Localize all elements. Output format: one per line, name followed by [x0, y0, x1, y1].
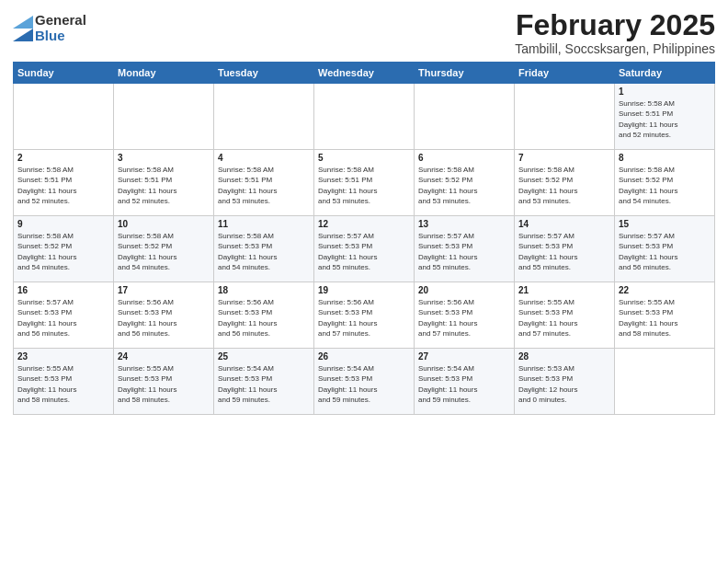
- day-info: Sunrise: 5:56 AM Sunset: 5:53 PM Dayligh…: [318, 297, 410, 339]
- calendar-cell: [114, 84, 214, 150]
- day-info: Sunrise: 5:58 AM Sunset: 5:52 PM Dayligh…: [17, 231, 109, 272]
- day-info: Sunrise: 5:58 AM Sunset: 5:51 PM Dayligh…: [218, 165, 310, 206]
- calendar-cell: 20Sunrise: 5:56 AM Sunset: 5:53 PM Dayli…: [415, 282, 515, 349]
- day-number: 2: [17, 153, 109, 163]
- calendar-cell: 10Sunrise: 5:58 AM Sunset: 5:52 PM Dayli…: [114, 216, 214, 282]
- day-info: Sunrise: 5:57 AM Sunset: 5:53 PM Dayligh…: [418, 231, 510, 272]
- calendar-cell: 11Sunrise: 5:58 AM Sunset: 5:53 PM Dayli…: [214, 216, 314, 282]
- calendar-cell: [415, 84, 515, 150]
- calendar-cell: 1Sunrise: 5:58 AM Sunset: 5:51 PM Daylig…: [615, 84, 715, 150]
- day-info: Sunrise: 5:58 AM Sunset: 5:52 PM Dayligh…: [619, 165, 711, 206]
- svg-marker-0: [13, 29, 33, 41]
- calendar-table: Sunday Monday Tuesday Wednesday Thursday…: [13, 62, 715, 415]
- calendar-cell: 12Sunrise: 5:57 AM Sunset: 5:53 PM Dayli…: [314, 216, 415, 282]
- day-info: Sunrise: 5:58 AM Sunset: 5:51 PM Dayligh…: [17, 165, 109, 206]
- calendar-cell: 15Sunrise: 5:57 AM Sunset: 5:53 PM Dayli…: [615, 216, 715, 282]
- day-number: 15: [619, 219, 711, 229]
- day-number: 5: [318, 153, 410, 163]
- day-info: Sunrise: 5:55 AM Sunset: 5:53 PM Dayligh…: [17, 363, 109, 405]
- day-info: Sunrise: 5:55 AM Sunset: 5:53 PM Dayligh…: [619, 297, 711, 339]
- day-number: 25: [218, 351, 310, 362]
- calendar-cell: 4Sunrise: 5:58 AM Sunset: 5:51 PM Daylig…: [214, 150, 314, 216]
- day-number: 7: [518, 153, 610, 163]
- day-number: 13: [418, 219, 510, 229]
- calendar-cell: 28Sunrise: 5:53 AM Sunset: 5:53 PM Dayli…: [515, 349, 615, 415]
- calendar-cell: [515, 84, 615, 150]
- header-saturday: Saturday: [615, 63, 715, 84]
- calendar-subtitle: Tambilil, Soccsksargen, Philippines: [515, 41, 715, 56]
- calendar-cell: 25Sunrise: 5:54 AM Sunset: 5:53 PM Dayli…: [214, 349, 314, 415]
- header-row: Sunday Monday Tuesday Wednesday Thursday…: [14, 63, 715, 84]
- calendar-cell: 26Sunrise: 5:54 AM Sunset: 5:53 PM Dayli…: [314, 349, 415, 415]
- day-info: Sunrise: 5:58 AM Sunset: 5:53 PM Dayligh…: [218, 231, 310, 272]
- day-info: Sunrise: 5:54 AM Sunset: 5:53 PM Dayligh…: [318, 363, 410, 405]
- day-info: Sunrise: 5:57 AM Sunset: 5:53 PM Dayligh…: [518, 231, 610, 272]
- day-number: 23: [17, 351, 109, 362]
- calendar-row-5: 23Sunrise: 5:55 AM Sunset: 5:53 PM Dayli…: [14, 349, 715, 415]
- header-thursday: Thursday: [415, 63, 515, 84]
- logo-text: General Blue: [35, 13, 86, 43]
- day-info: Sunrise: 5:57 AM Sunset: 5:53 PM Dayligh…: [318, 231, 410, 272]
- day-number: 9: [17, 219, 109, 229]
- calendar-cell: 18Sunrise: 5:56 AM Sunset: 5:53 PM Dayli…: [214, 282, 314, 349]
- day-number: 1: [619, 86, 711, 97]
- header-friday: Friday: [515, 63, 615, 84]
- day-info: Sunrise: 5:58 AM Sunset: 5:52 PM Dayligh…: [418, 165, 510, 206]
- day-info: Sunrise: 5:58 AM Sunset: 5:52 PM Dayligh…: [518, 165, 610, 206]
- day-info: Sunrise: 5:56 AM Sunset: 5:53 PM Dayligh…: [118, 297, 210, 339]
- day-info: Sunrise: 5:57 AM Sunset: 5:53 PM Dayligh…: [619, 231, 711, 272]
- day-number: 22: [619, 285, 711, 295]
- calendar-cell: 5Sunrise: 5:58 AM Sunset: 5:51 PM Daylig…: [314, 150, 415, 216]
- calendar-cell: 13Sunrise: 5:57 AM Sunset: 5:53 PM Dayli…: [415, 216, 515, 282]
- calendar-cell: 23Sunrise: 5:55 AM Sunset: 5:53 PM Dayli…: [14, 349, 114, 415]
- day-info: Sunrise: 5:56 AM Sunset: 5:53 PM Dayligh…: [418, 297, 510, 339]
- logo: General Blue: [13, 13, 86, 43]
- day-number: 14: [518, 219, 610, 229]
- day-number: 17: [118, 285, 210, 295]
- day-info: Sunrise: 5:57 AM Sunset: 5:53 PM Dayligh…: [17, 297, 109, 339]
- day-number: 3: [118, 153, 210, 163]
- day-number: 19: [318, 285, 410, 295]
- day-info: Sunrise: 5:58 AM Sunset: 5:51 PM Dayligh…: [619, 98, 711, 140]
- calendar-cell: [314, 84, 415, 150]
- calendar-cell: 6Sunrise: 5:58 AM Sunset: 5:52 PM Daylig…: [415, 150, 515, 216]
- calendar-cell: 21Sunrise: 5:55 AM Sunset: 5:53 PM Dayli…: [515, 282, 615, 349]
- calendar-cell: 9Sunrise: 5:58 AM Sunset: 5:52 PM Daylig…: [14, 216, 114, 282]
- calendar-cell: 8Sunrise: 5:58 AM Sunset: 5:52 PM Daylig…: [615, 150, 715, 216]
- day-number: 12: [318, 219, 410, 229]
- logo-general-label: General: [35, 13, 86, 29]
- day-info: Sunrise: 5:58 AM Sunset: 5:51 PM Dayligh…: [118, 165, 210, 206]
- calendar-cell: 14Sunrise: 5:57 AM Sunset: 5:53 PM Dayli…: [515, 216, 615, 282]
- calendar-row-3: 9Sunrise: 5:58 AM Sunset: 5:52 PM Daylig…: [14, 216, 715, 282]
- day-number: 28: [518, 351, 610, 362]
- calendar-cell: 22Sunrise: 5:55 AM Sunset: 5:53 PM Dayli…: [615, 282, 715, 349]
- day-number: 26: [318, 351, 410, 362]
- header-tuesday: Tuesday: [214, 63, 314, 84]
- header-wednesday: Wednesday: [314, 63, 415, 84]
- header-monday: Monday: [114, 63, 214, 84]
- calendar-row-4: 16Sunrise: 5:57 AM Sunset: 5:53 PM Dayli…: [14, 282, 715, 349]
- calendar-cell: 27Sunrise: 5:54 AM Sunset: 5:53 PM Dayli…: [415, 349, 515, 415]
- calendar-body: 1Sunrise: 5:58 AM Sunset: 5:51 PM Daylig…: [14, 84, 715, 415]
- day-info: Sunrise: 5:58 AM Sunset: 5:51 PM Dayligh…: [318, 165, 410, 206]
- calendar-cell: 16Sunrise: 5:57 AM Sunset: 5:53 PM Dayli…: [14, 282, 114, 349]
- day-info: Sunrise: 5:54 AM Sunset: 5:53 PM Dayligh…: [418, 363, 510, 405]
- day-info: Sunrise: 5:58 AM Sunset: 5:52 PM Dayligh…: [118, 231, 210, 272]
- logo-blue-label: Blue: [35, 29, 86, 44]
- svg-marker-1: [13, 16, 33, 29]
- calendar-row-1: 1Sunrise: 5:58 AM Sunset: 5:51 PM Daylig…: [14, 84, 715, 150]
- calendar-cell: 19Sunrise: 5:56 AM Sunset: 5:53 PM Dayli…: [314, 282, 415, 349]
- calendar-cell: 17Sunrise: 5:56 AM Sunset: 5:53 PM Dayli…: [114, 282, 214, 349]
- calendar-cell: [615, 349, 715, 415]
- calendar-cell: 3Sunrise: 5:58 AM Sunset: 5:51 PM Daylig…: [114, 150, 214, 216]
- calendar-title: February 2025: [515, 9, 715, 41]
- day-number: 16: [17, 285, 109, 295]
- day-info: Sunrise: 5:53 AM Sunset: 5:53 PM Dayligh…: [518, 363, 610, 405]
- calendar-cell: 2Sunrise: 5:58 AM Sunset: 5:51 PM Daylig…: [14, 150, 114, 216]
- day-number: 10: [118, 219, 210, 229]
- calendar-cell: 7Sunrise: 5:58 AM Sunset: 5:52 PM Daylig…: [515, 150, 615, 216]
- day-info: Sunrise: 5:55 AM Sunset: 5:53 PM Dayligh…: [118, 363, 210, 405]
- header-sunday: Sunday: [14, 63, 114, 84]
- calendar-cell: 24Sunrise: 5:55 AM Sunset: 5:53 PM Dayli…: [114, 349, 214, 415]
- day-info: Sunrise: 5:54 AM Sunset: 5:53 PM Dayligh…: [218, 363, 310, 405]
